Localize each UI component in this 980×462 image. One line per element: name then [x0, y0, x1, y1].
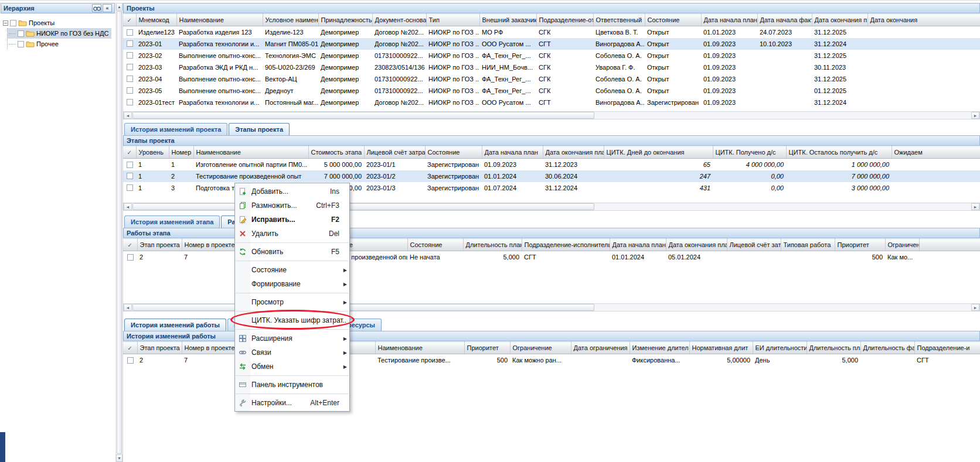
cell[interactable]: Изделие-123 — [263, 26, 318, 38]
cell[interactable]: 10.10.2023 — [757, 38, 812, 50]
cell[interactable]: Тестирование произве... — [375, 354, 464, 366]
cell[interactable]: Уварова Г. Ф. — [593, 61, 645, 73]
cell[interactable] — [867, 73, 980, 85]
cell[interactable]: Договор №202... — [372, 97, 426, 108]
cell[interactable]: 01.01.2024 — [610, 251, 666, 263]
cell[interactable]: Зарегистрирован — [425, 159, 482, 170]
cell[interactable] — [123, 159, 136, 170]
cell[interactable]: 3 — [169, 182, 193, 194]
expander-icon[interactable]: – — [3, 20, 8, 26]
menu-item-delete[interactable]: Удалить Del — [235, 227, 349, 241]
cell[interactable]: Договор №202... — [372, 38, 426, 50]
cell[interactable]: ФА_Техн_Рег_... — [479, 85, 536, 97]
cell[interactable]: Демопример — [318, 26, 372, 38]
cell[interactable] — [757, 61, 812, 73]
cell[interactable]: Открыт — [645, 73, 701, 85]
cell[interactable]: НИОКР по ГОЗ ... — [426, 50, 479, 61]
tab-project-stages[interactable]: Этапы проекта — [229, 123, 290, 135]
cell[interactable]: 01.09.2023 — [482, 159, 543, 170]
cell[interactable]: 017310000922... — [372, 50, 426, 61]
menu-item-toolbar[interactable]: Панель инструментов — [235, 378, 349, 392]
row-checkbox[interactable] — [127, 184, 133, 191]
cell[interactable] — [867, 97, 980, 108]
cell[interactable]: Демопример — [318, 38, 372, 50]
cell[interactable] — [123, 251, 137, 263]
cell[interactable]: День — [753, 354, 807, 366]
table-row[interactable]: 2023-01тестРазработка технологии и...Пос… — [123, 97, 980, 108]
tree-checkbox[interactable] — [10, 20, 16, 26]
cell[interactable]: Разработка технологии и... — [176, 97, 263, 108]
table-row[interactable]: 2023-04Выполнение опытно-конс...Вектор-А… — [123, 73, 980, 85]
column-header[interactable]: Дата начала факт — [757, 14, 812, 26]
collapse-panel-button[interactable]: « — [103, 4, 112, 12]
cell[interactable]: Демопример — [318, 73, 372, 85]
tree-node-projects[interactable]: – Проекты — [2, 18, 57, 28]
cell[interactable] — [757, 73, 812, 85]
column-header[interactable]: Лицевой счёт затрат — [364, 146, 425, 159]
column-header[interactable]: Дата окончания план — [666, 239, 727, 251]
cell[interactable] — [867, 50, 980, 61]
menu-item-citk-cost-code[interactable]: ЦИТК. Указать шифр затрат... — [235, 313, 349, 327]
cell[interactable]: Открыт — [645, 61, 701, 73]
scroll-right-button[interactable]: ► — [971, 112, 979, 119]
cell[interactable]: Дредноут — [263, 85, 318, 97]
cell[interactable]: Демопример — [318, 61, 372, 73]
cell[interactable]: Постоянный маг... — [263, 97, 318, 108]
column-header[interactable]: Приоритет — [835, 239, 885, 251]
cell[interactable] — [867, 85, 980, 97]
cell[interactable]: НИОКР по ГОЗ ... — [426, 61, 479, 73]
column-header[interactable]: Наименование — [193, 146, 308, 159]
cell[interactable]: 2023-02 — [136, 50, 176, 61]
row-checkbox[interactable] — [127, 76, 133, 82]
column-header[interactable]: Типовая работа — [781, 239, 835, 251]
cell[interactable]: СГТ — [522, 251, 610, 263]
row-checkbox[interactable] — [127, 162, 133, 168]
cell[interactable]: МО РФ — [479, 26, 536, 38]
cell[interactable] — [727, 251, 781, 263]
cell[interactable]: 2023-01 — [136, 38, 176, 50]
cell[interactable]: Вектор-АЦ — [263, 73, 318, 85]
cell[interactable]: 31.12.2025 — [812, 26, 867, 38]
row-checkbox[interactable] — [127, 357, 134, 364]
column-header[interactable]: Лицевой счёт затр — [727, 239, 781, 251]
column-header[interactable]: Стоимость этапа — [308, 146, 364, 159]
column-header[interactable]: Уровень — [136, 146, 169, 159]
cell[interactable]: Соболева О. А. — [593, 85, 645, 97]
cell[interactable]: ООО Русатом ... — [479, 38, 536, 50]
cell[interactable]: Демопример — [318, 85, 372, 97]
cell[interactable]: 2023-01/1 — [364, 159, 425, 170]
cell[interactable]: Зарегистрирован — [645, 97, 701, 108]
cell[interactable]: НИОКР по ГОЗ ... — [426, 85, 479, 97]
column-header[interactable]: ЦИТК. Осталось получить д/с — [786, 146, 891, 159]
cell[interactable] — [919, 251, 980, 263]
column-header[interactable]: ✓ — [123, 239, 137, 251]
cell[interactable]: 5,000 — [807, 354, 860, 366]
column-header[interactable]: Дата начала план. — [701, 14, 757, 26]
vertical-scrollbar[interactable]: ▲ ▼ — [115, 3, 123, 462]
cell[interactable]: 017310000922... — [372, 85, 426, 97]
cell[interactable] — [867, 38, 980, 50]
cell[interactable] — [891, 182, 980, 194]
column-header[interactable]: Дата окончания план — [543, 146, 604, 159]
cell[interactable]: НИОКР по ГОЗ ... — [426, 97, 479, 108]
column-header[interactable]: Длительность пла — [807, 342, 860, 354]
cell[interactable]: 01.07.2024 — [482, 182, 543, 194]
menu-item-add[interactable]: Добавить... Ins — [235, 184, 349, 199]
menu-item-links[interactable]: Связи ▶ — [235, 345, 349, 360]
cell[interactable]: Открыт — [645, 85, 701, 97]
cell[interactable] — [123, 73, 136, 85]
cell[interactable]: 017310000922... — [372, 73, 426, 85]
tab-project-history[interactable]: История изменений проекта — [124, 123, 227, 135]
cell[interactable]: Соболева О. А. — [593, 73, 645, 85]
column-header[interactable]: Ограничение — [885, 239, 919, 251]
cell[interactable]: 2023-05 — [136, 85, 176, 97]
scroll-up-button[interactable]: ▲ — [116, 3, 122, 11]
cell[interactable] — [123, 38, 136, 50]
cell[interactable]: Открыт — [645, 50, 701, 61]
cell[interactable]: 2 — [137, 354, 182, 366]
column-header[interactable]: Дата окончания — [867, 14, 980, 26]
table-row[interactable]: Изделие123Разработка изделия 123Изделие-… — [123, 26, 980, 38]
cell[interactable]: 01.12.2025 — [812, 85, 867, 97]
cell[interactable]: СГК — [536, 85, 593, 97]
column-header[interactable]: Изменение длител — [629, 342, 689, 354]
